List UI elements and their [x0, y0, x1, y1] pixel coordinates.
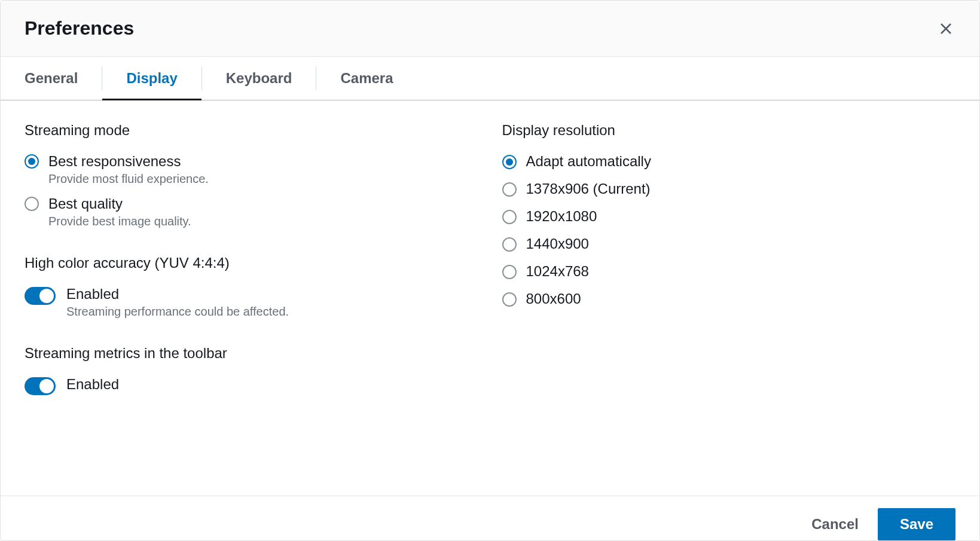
- toggle-texts: Enabled Streaming performance could be a…: [66, 286, 289, 319]
- radio-label: Best responsiveness: [48, 153, 209, 170]
- right-column: Display resolution Adapt automatically 1…: [502, 122, 956, 474]
- toggle-texts: Enabled: [66, 376, 119, 393]
- toggle-label: Enabled: [66, 286, 289, 302]
- dialog-footer: Cancel Save: [1, 496, 979, 540]
- high-color-title: High color accuracy (YUV 4:4:4): [25, 255, 478, 271]
- radio-icon: [502, 155, 517, 169]
- radio-label: 1920x1080: [526, 208, 597, 225]
- radio-800x600[interactable]: 800x600: [502, 291, 956, 307]
- tab-general[interactable]: General: [25, 57, 102, 100]
- streaming-mode-radio-group: Best responsiveness Provide most fluid e…: [25, 153, 478, 228]
- close-button[interactable]: [936, 19, 955, 38]
- display-resolution-title: Display resolution: [502, 122, 956, 139]
- tab-bar: General Display Keyboard Camera: [1, 57, 979, 100]
- radio-icon: [502, 210, 517, 224]
- streaming-metrics-title: Streaming metrics in the toolbar: [25, 345, 478, 362]
- radio-texts: Best quality Provide best image quality.: [48, 195, 191, 228]
- display-resolution-section: Display resolution Adapt automatically 1…: [502, 122, 956, 307]
- streaming-metrics-toggle-row: Enabled: [25, 376, 478, 395]
- high-color-toggle[interactable]: [25, 287, 56, 305]
- close-icon: [939, 22, 953, 36]
- radio-label: Adapt automatically: [526, 153, 651, 170]
- save-button[interactable]: Save: [878, 508, 955, 540]
- radio-label: 1378x906 (Current): [526, 181, 651, 197]
- streaming-metrics-toggle[interactable]: [25, 377, 56, 395]
- high-color-toggle-row: Enabled Streaming performance could be a…: [25, 286, 478, 319]
- radio-description: Provide best image quality.: [48, 215, 191, 228]
- radio-label: Best quality: [48, 195, 191, 212]
- radio-best-quality[interactable]: Best quality Provide best image quality.: [25, 195, 478, 228]
- radio-best-responsiveness[interactable]: Best responsiveness Provide most fluid e…: [25, 153, 478, 186]
- dialog-content: Streaming mode Best responsiveness Provi…: [1, 100, 979, 496]
- streaming-mode-section: Streaming mode Best responsiveness Provi…: [25, 122, 478, 228]
- radio-description: Provide most fluid experience.: [48, 172, 209, 186]
- radio-label: 1024x768: [526, 263, 589, 280]
- radio-icon: [25, 154, 39, 169]
- radio-1440x900[interactable]: 1440x900: [502, 236, 956, 252]
- radio-icon: [502, 237, 517, 252]
- toggle-description: Streaming performance could be affected.: [66, 305, 289, 319]
- radio-icon: [502, 292, 517, 307]
- streaming-metrics-section: Streaming metrics in the toolbar Enabled: [25, 345, 478, 395]
- dialog-title: Preferences: [25, 17, 134, 39]
- display-resolution-radio-group: Adapt automatically 1378x906 (Current) 1…: [502, 153, 956, 307]
- tab-keyboard[interactable]: Keyboard: [202, 57, 316, 100]
- radio-texts: Best responsiveness Provide most fluid e…: [48, 153, 209, 186]
- preferences-dialog: Preferences General Display Keyboard Cam…: [0, 0, 980, 541]
- tab-camera[interactable]: Camera: [316, 57, 417, 100]
- left-column: Streaming mode Best responsiveness Provi…: [25, 122, 478, 474]
- radio-adapt-automatically[interactable]: Adapt automatically: [502, 153, 956, 170]
- radio-label: 800x600: [526, 291, 581, 307]
- high-color-section: High color accuracy (YUV 4:4:4) Enabled …: [25, 255, 478, 319]
- dialog-header: Preferences: [1, 1, 979, 57]
- radio-1378x906[interactable]: 1378x906 (Current): [502, 181, 956, 197]
- radio-icon: [25, 197, 39, 211]
- radio-icon: [502, 265, 517, 279]
- cancel-button[interactable]: Cancel: [809, 510, 861, 539]
- radio-label: 1440x900: [526, 236, 589, 252]
- toggle-label: Enabled: [66, 376, 119, 393]
- radio-1024x768[interactable]: 1024x768: [502, 263, 956, 280]
- tab-display[interactable]: Display: [102, 57, 201, 100]
- radio-1920x1080[interactable]: 1920x1080: [502, 208, 956, 225]
- streaming-mode-title: Streaming mode: [25, 122, 478, 139]
- radio-icon: [502, 182, 517, 197]
